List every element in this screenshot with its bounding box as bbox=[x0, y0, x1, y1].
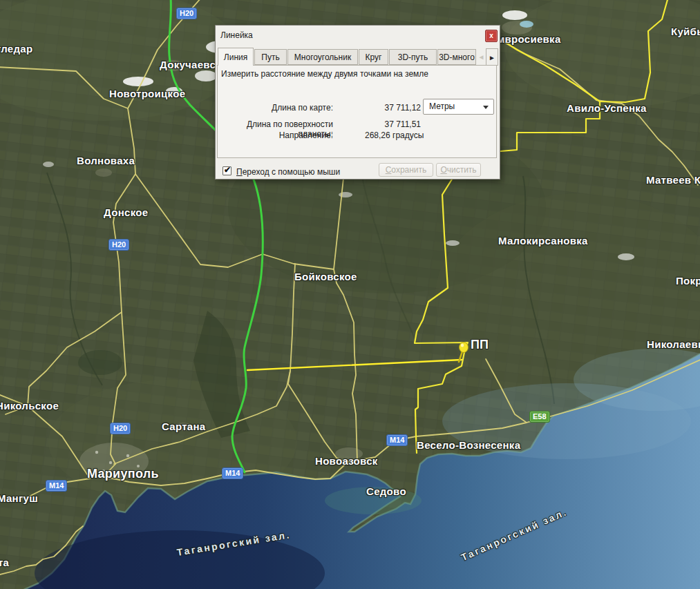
mouse-nav-checkbox[interactable]: ✔ bbox=[223, 166, 231, 175]
tab-line[interactable]: Линия bbox=[218, 48, 254, 66]
tab-3d-path[interactable]: 3D-путь bbox=[389, 49, 437, 65]
placemark-label: ПП bbox=[471, 338, 489, 352]
ruler-description: Измерить расстояние между двумя точками … bbox=[221, 69, 428, 79]
road-badge-e58: E58 bbox=[529, 411, 550, 423]
map-label-mangush: Мангуш bbox=[0, 492, 38, 504]
close-icon[interactable]: x bbox=[485, 30, 498, 42]
road-badge-h20-mid: H20 bbox=[108, 239, 129, 251]
map-label-donskoe: Донское bbox=[104, 206, 148, 218]
tab-polygon[interactable]: Многоугольник bbox=[287, 49, 358, 65]
tab-scroll-right-icon[interactable]: ► bbox=[486, 48, 498, 66]
map-label-ugledar: Угледар bbox=[0, 43, 32, 55]
map-length-label: Длина по карте: bbox=[220, 103, 333, 113]
map-label-veselo-voznesenka: Весело-Вознесенка bbox=[417, 439, 520, 451]
map-label-avilo-uspenka: Авило-Успенка bbox=[567, 102, 647, 114]
units-dropdown[interactable]: Метры bbox=[423, 99, 494, 115]
map-label-kuibyshevo: Куйбышево bbox=[671, 26, 700, 37]
map-label-malokirsanovka: Малокирсановка bbox=[498, 235, 588, 247]
road-badge-h20-south: H20 bbox=[110, 423, 131, 434]
map-viewport[interactable]: Угледар Докучаевск Новотроицкое Волновах… bbox=[0, 0, 700, 589]
map-label-volnovakha: Волноваха bbox=[77, 155, 135, 166]
heading-label: Направление: bbox=[220, 131, 333, 140]
map-label-sartana: Сартана bbox=[162, 421, 206, 432]
map-label-novoazovsk: Новоазовск bbox=[315, 455, 378, 467]
map-label-dokuchaevsk: Докучаевск bbox=[160, 59, 221, 70]
heading-value: 268,26 градусы bbox=[365, 131, 424, 140]
map-label-matveev-kurgan: Матвеев Курган bbox=[646, 174, 700, 186]
tab-3d-polygon[interactable]: 3D-много bbox=[437, 49, 476, 65]
mouse-nav-label[interactable]: Переход с помощью мыши bbox=[236, 167, 340, 177]
road-badge-m14-east: M14 bbox=[386, 434, 408, 446]
map-label-boikovskoe: Бойковское bbox=[294, 271, 357, 282]
map-label-yalta: Ялта bbox=[0, 557, 9, 568]
map-label-pokrovskoe: Покровское bbox=[676, 275, 700, 287]
ground-length-value: 37 711,51 bbox=[335, 119, 421, 129]
chevron-down-icon bbox=[483, 106, 489, 109]
map-label-novotroitskoe: Новотроицкое bbox=[109, 88, 185, 99]
checkmark-icon: ✔ bbox=[224, 165, 231, 175]
tab-scroll-left-icon[interactable]: ◄ bbox=[476, 48, 486, 66]
tab-path[interactable]: Путь bbox=[254, 49, 287, 65]
save-button[interactable]: Сохранить bbox=[379, 163, 433, 177]
map-label-nikolaevka: Николаевка bbox=[647, 338, 700, 350]
road-badge-m14-west: M14 bbox=[46, 480, 67, 492]
ruler-tab-panel: Измерить расстояние между двумя точками … bbox=[217, 65, 497, 158]
ruler-dialog: Линейка x Линия Путь Многоугольник Круг … bbox=[215, 25, 500, 180]
dialog-title: Линейка bbox=[220, 30, 253, 40]
road-badge-m14-mid: M14 bbox=[222, 467, 243, 479]
map-label-nikolskoe: Никольское bbox=[0, 400, 59, 412]
map-label-sedovo: Седово bbox=[366, 485, 406, 497]
clear-button[interactable]: Очистить bbox=[436, 163, 481, 177]
map-label-mariupol: Мариуполь bbox=[87, 467, 159, 481]
road-badge-h20-north: H20 bbox=[176, 8, 197, 19]
map-length-value: 37 711,12 bbox=[335, 103, 421, 113]
units-selected-value: Метры bbox=[429, 102, 455, 111]
tab-circle[interactable]: Круг bbox=[359, 49, 388, 65]
